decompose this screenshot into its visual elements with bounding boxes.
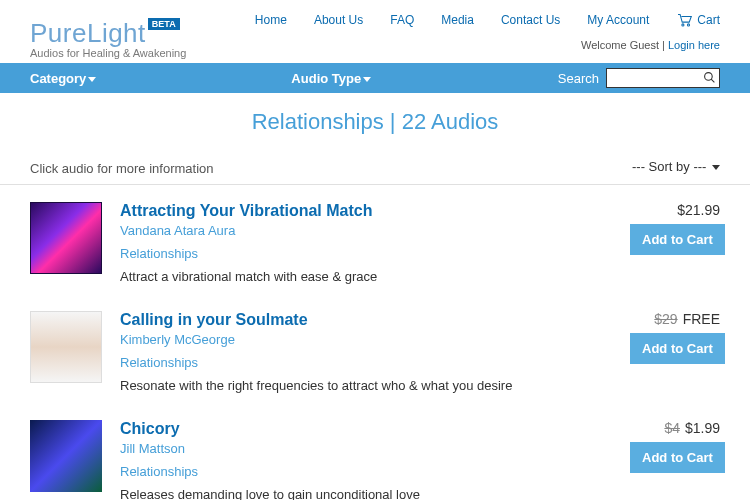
cart-label: Cart (697, 13, 720, 27)
tagline: Audios for Healing & Awakening (30, 47, 186, 59)
strike-price: $29 (654, 311, 677, 327)
audio-description: Releases demanding love to gain uncondit… (120, 487, 612, 500)
chevron-down-icon (712, 165, 720, 170)
top-nav: Home About Us FAQ Media Contact Us My Ac… (255, 13, 720, 27)
item-details: Calling in your Soulmate Kimberly McGeor… (120, 311, 612, 393)
audio-category[interactable]: Relationships (120, 355, 612, 370)
svg-point-1 (688, 24, 690, 26)
audio-title[interactable]: Chicory (120, 420, 612, 438)
listing: Attracting Your Vibrational Match Vandan… (0, 185, 750, 500)
welcome-greeting: Welcome Guest | (581, 39, 668, 51)
nav-media[interactable]: Media (441, 13, 474, 27)
info-row: Click audio for more information --- Sor… (0, 159, 750, 185)
svg-line-3 (711, 79, 714, 82)
audio-thumbnail[interactable] (30, 420, 102, 492)
price: $29FREE (630, 311, 720, 327)
nav-contact[interactable]: Contact Us (501, 13, 560, 27)
audio-author[interactable]: Kimberly McGeorge (120, 332, 612, 347)
list-item: Calling in your Soulmate Kimberly McGeor… (30, 294, 720, 403)
price-column: $29FREE Add to Cart (630, 311, 720, 364)
strike-price: $4 (664, 420, 680, 436)
nav-faq[interactable]: FAQ (390, 13, 414, 27)
category-dropdown[interactable]: Category (30, 71, 96, 86)
brand-name: PureLight (30, 18, 146, 48)
current-price: $1.99 (685, 420, 720, 436)
page-title: Relationships | 22 Audios (0, 93, 750, 159)
item-details: Chicory Jill Mattson Relationships Relea… (120, 420, 612, 500)
search-box (606, 68, 720, 88)
audio-title[interactable]: Attracting Your Vibrational Match (120, 202, 612, 220)
add-to-cart-button[interactable]: Add to Cart (630, 333, 725, 364)
header: PureLightBETA Audios for Healing & Awake… (0, 0, 750, 63)
price-column: $21.99 Add to Cart (630, 202, 720, 255)
audio-title[interactable]: Calling in your Soulmate (120, 311, 612, 329)
filter-bar: Category Audio Type Search (0, 63, 750, 93)
hint-text: Click audio for more information (30, 161, 214, 176)
svg-point-0 (682, 24, 684, 26)
beta-badge: BETA (148, 18, 180, 30)
header-right: Home About Us FAQ Media Contact Us My Ac… (255, 8, 720, 51)
logo[interactable]: PureLightBETA Audios for Healing & Awake… (30, 8, 186, 59)
welcome-line: Welcome Guest | Login here (255, 39, 720, 51)
audio-thumbnail[interactable] (30, 311, 102, 383)
audio-category[interactable]: Relationships (120, 464, 612, 479)
price: $21.99 (630, 202, 720, 218)
nav-account[interactable]: My Account (587, 13, 649, 27)
audio-description: Resonate with the right frequencies to a… (120, 378, 612, 393)
svg-point-2 (705, 73, 713, 81)
nav-cart[interactable]: Cart (676, 13, 720, 27)
list-item: Attracting Your Vibrational Match Vandan… (30, 185, 720, 294)
audio-thumbnail[interactable] (30, 202, 102, 274)
price: $4$1.99 (630, 420, 720, 436)
add-to-cart-button[interactable]: Add to Cart (630, 442, 725, 473)
list-item: Chicory Jill Mattson Relationships Relea… (30, 403, 720, 500)
audio-category[interactable]: Relationships (120, 246, 612, 261)
nav-home[interactable]: Home (255, 13, 287, 27)
price-column: $4$1.99 Add to Cart (630, 420, 720, 473)
nav-about[interactable]: About Us (314, 13, 363, 27)
chevron-down-icon (363, 77, 371, 82)
sort-dropdown[interactable]: --- Sort by --- (632, 159, 720, 178)
search-label: Search (558, 71, 599, 86)
audiotype-dropdown[interactable]: Audio Type (291, 71, 371, 86)
login-link[interactable]: Login here (668, 39, 720, 51)
audio-author[interactable]: Jill Mattson (120, 441, 612, 456)
audio-author[interactable]: Vandana Atara Aura (120, 223, 612, 238)
search-icon (703, 71, 716, 84)
cart-icon (676, 13, 694, 27)
audio-description: Attract a vibrational match with ease & … (120, 269, 612, 284)
item-details: Attracting Your Vibrational Match Vandan… (120, 202, 612, 284)
current-price: FREE (683, 311, 720, 327)
add-to-cart-button[interactable]: Add to Cart (630, 224, 725, 255)
chevron-down-icon (88, 77, 96, 82)
